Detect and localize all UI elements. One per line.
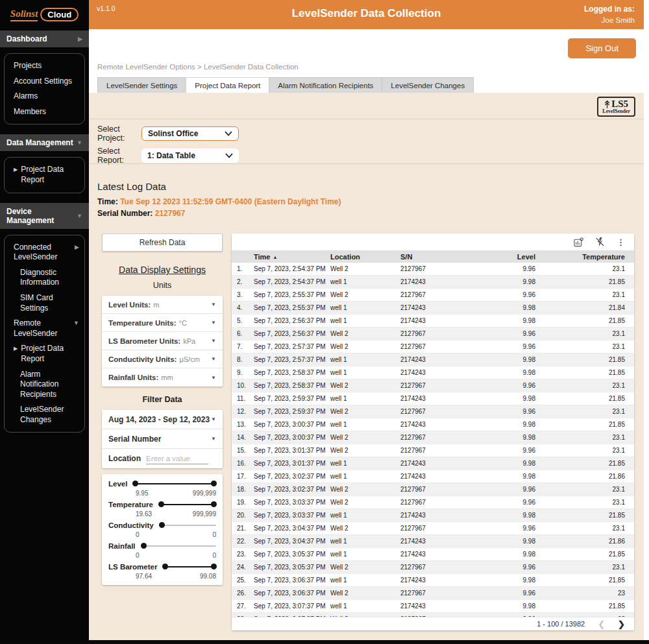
table-row[interactable]: 19.Sep 7, 2023, 3:03:37 PMWell 221279679… bbox=[232, 496, 634, 509]
table-row[interactable]: 7.Sep 7, 2023, 2:57:37 PMWell 221279679.… bbox=[232, 340, 634, 353]
slider-handle-min[interactable] bbox=[158, 501, 164, 507]
table-row[interactable]: 20.Sep 7, 2023, 3:03:37 PMwell 121742439… bbox=[232, 509, 634, 522]
table-row[interactable]: 10.Sep 7, 2023, 2:58:37 PMWell 221279679… bbox=[232, 379, 634, 392]
table-row[interactable]: 22.Sep 7, 2023, 3:04:37 PMwell 121742439… bbox=[232, 535, 634, 548]
column-header-temperature[interactable]: Temperature bbox=[538, 253, 634, 261]
table-row[interactable]: 5.Sep 7, 2023, 2:56:37 PMwell 121742439.… bbox=[232, 315, 634, 328]
refresh-data-button[interactable]: Refresh Data bbox=[102, 233, 223, 252]
table-row[interactable]: 6.Sep 7, 2023, 2:56:37 PMWell 221279679.… bbox=[232, 328, 634, 340]
chevron-right-icon: ▶ bbox=[14, 167, 18, 185]
sidebar-item-project-data-report[interactable]: ▶Project Data Report bbox=[5, 341, 84, 366]
cell-time: Sep 7, 2023, 2:59:37 PM bbox=[251, 395, 328, 402]
chevron-down-icon: ▼ bbox=[211, 375, 216, 381]
project-select[interactable]: Solinst Office bbox=[141, 126, 239, 141]
sidebar-item-connected-levelsender[interactable]: Connected LevelSender▶ bbox=[5, 240, 84, 265]
location-filter-input[interactable] bbox=[146, 453, 208, 464]
date-range-filter[interactable]: Aug 14, 2023 - Sep 12, 2023 ▼ bbox=[102, 410, 223, 429]
sidebar-item-remote-levelsender[interactable]: Remote LevelSender▼ bbox=[5, 316, 84, 341]
table-row[interactable]: 16.Sep 7, 2023, 3:01:37 PMwell 121742439… bbox=[232, 457, 634, 470]
unit-dropdown-level-units[interactable]: Level Units:m▼ bbox=[102, 296, 223, 314]
slider-track[interactable] bbox=[159, 504, 216, 505]
table-row[interactable]: 26.Sep 7, 2023, 3:06:37 PMWell 221279679… bbox=[232, 587, 634, 600]
table-row[interactable]: 9.Sep 7, 2023, 2:58:37 PMwell 121742439.… bbox=[232, 366, 634, 379]
cell-level: 9.98 bbox=[482, 551, 538, 558]
tab-levelsender-changes[interactable]: LevelSender Changes bbox=[382, 77, 474, 93]
sidebar-section-device-management[interactable]: Device Management▼ bbox=[0, 203, 89, 229]
table-row[interactable]: 2.Sep 7, 2023, 2:54:37 PMwell 121742439.… bbox=[232, 276, 634, 289]
table-row[interactable]: 17.Sep 7, 2023, 3:02:37 PMwell 121742439… bbox=[232, 470, 634, 483]
log-time-line: Time: Tue Sep 12 2023 11:52:59 GMT-0400 … bbox=[97, 197, 341, 206]
cell-time: Sep 7, 2023, 3:02:37 PM bbox=[251, 486, 328, 493]
cell-temperature: 21.85 bbox=[538, 278, 634, 285]
table-row[interactable]: 1.Sep 7, 2023, 2:54:37 PMWell 221279679.… bbox=[232, 263, 634, 276]
unit-dropdown-conductivity-units[interactable]: Conductivity Units:µS/cm▼ bbox=[102, 350, 223, 368]
sidebar-item-members[interactable]: Members bbox=[5, 104, 84, 120]
unit-label: Conductivity Units: bbox=[108, 355, 177, 363]
report-select[interactable]: 1: Data Table bbox=[141, 149, 239, 163]
chevron-down-icon: ▼ bbox=[211, 436, 216, 442]
table-row[interactable]: 14.Sep 7, 2023, 3:00:37 PMWell 221279679… bbox=[232, 431, 634, 444]
tab-project-data-report[interactable]: Project Data Report bbox=[186, 77, 269, 93]
slider-handle-min[interactable] bbox=[141, 543, 147, 549]
table-row[interactable]: 21.Sep 7, 2023, 3:04:37 PMWell 221279679… bbox=[232, 522, 634, 535]
table-row[interactable]: 18.Sep 7, 2023, 3:02:37 PMWell 221279679… bbox=[232, 483, 634, 496]
sidebar-item-project-data-report[interactable]: ▶Project Data Report bbox=[5, 162, 84, 187]
cell-sn: 2174243 bbox=[398, 369, 482, 376]
sign-out-button[interactable]: Sign Out bbox=[568, 38, 636, 58]
sidebar-item-diagnostic-information[interactable]: Diagnostic Information bbox=[5, 265, 84, 291]
chevron-right-icon[interactable]: ❯ bbox=[618, 619, 625, 629]
column-header-sn[interactable]: S/N bbox=[398, 253, 482, 261]
cell-index: 25. bbox=[232, 577, 251, 584]
cell-sn: 2127967 bbox=[398, 343, 482, 350]
unit-dropdown-ls-barometer-units[interactable]: LS Barometer Units:kPa▼ bbox=[102, 332, 223, 350]
table-row[interactable]: 8.Sep 7, 2023, 2:57:37 PMwell 121742439.… bbox=[232, 353, 634, 366]
slider-track[interactable] bbox=[163, 566, 216, 567]
table-row[interactable]: 3.Sep 7, 2023, 2:55:37 PMWell 221279679.… bbox=[232, 289, 634, 302]
log-serial-line: Serial Number: 2127967 bbox=[97, 209, 185, 218]
select-project-label: Select Project: bbox=[97, 125, 141, 143]
column-header-level[interactable]: Level bbox=[482, 253, 538, 261]
slider-handle-min[interactable] bbox=[132, 481, 138, 486]
table-row[interactable]: 27.Sep 7, 2023, 3:07:37 PMwell 121742439… bbox=[232, 600, 634, 613]
table-row[interactable]: 23.Sep 7, 2023, 3:05:37 PMwell 121742439… bbox=[232, 548, 634, 561]
sidebar-item-alarm-notification-recipients[interactable]: Alarm Notification Recipients bbox=[5, 367, 84, 403]
sidebar-item-account-settings[interactable]: Account Settings bbox=[5, 74, 84, 89]
chevron-left-icon[interactable]: ❮ bbox=[598, 619, 605, 629]
sidebar-item-alarms[interactable]: Alarms bbox=[5, 89, 84, 104]
sidebar-item-sim-card-settings[interactable]: SIM Card Settings bbox=[5, 291, 84, 316]
sidebar-item-projects[interactable]: Projects bbox=[5, 58, 84, 74]
sidebar-section-data-management[interactable]: Data Management▼ bbox=[0, 134, 89, 151]
table-row[interactable]: 25.Sep 7, 2023, 3:06:37 PMwell 121742439… bbox=[232, 574, 634, 587]
unit-dropdown-rainfall-units[interactable]: Rainfall Units:mm▼ bbox=[102, 368, 223, 387]
slider-track[interactable] bbox=[133, 483, 216, 484]
slider-handle-max[interactable] bbox=[211, 501, 217, 507]
divider bbox=[89, 119, 644, 119]
slider-handle-min[interactable] bbox=[162, 564, 168, 569]
slider-handle-max[interactable] bbox=[211, 564, 217, 569]
slider-track[interactable] bbox=[160, 525, 216, 526]
cell-sn: 2174243 bbox=[398, 577, 482, 584]
cell-location: well 1 bbox=[328, 551, 398, 558]
cell-time: Sep 7, 2023, 3:03:37 PM bbox=[251, 512, 328, 519]
tab-alarm-notification-recipients[interactable]: Alarm Notification Recipients bbox=[269, 77, 382, 93]
export-chart-icon[interactable] bbox=[574, 237, 583, 247]
table-row[interactable]: 11.Sep 7, 2023, 2:59:37 PMwell 121742439… bbox=[232, 392, 634, 405]
table-row[interactable]: 24.Sep 7, 2023, 3:05:37 PMWell 221279679… bbox=[232, 561, 634, 574]
column-header-time[interactable]: Time▲ bbox=[251, 253, 328, 261]
table-row[interactable]: 13.Sep 7, 2023, 3:00:37 PMwell 121742439… bbox=[232, 418, 634, 431]
sidebar-section-dashboard[interactable]: Dashboard▶ bbox=[0, 30, 89, 47]
cell-sn: 2127967 bbox=[398, 486, 482, 493]
unit-dropdown-temperature-units[interactable]: Temperature Units:°C▼ bbox=[102, 314, 223, 332]
flash-off-icon[interactable] bbox=[596, 237, 604, 246]
slider-track[interactable] bbox=[141, 545, 216, 547]
kebab-menu-icon[interactable]: ⋮ bbox=[617, 237, 625, 247]
tab-levelsender-settings[interactable]: LevelSender Settings bbox=[97, 77, 186, 93]
sidebar-item-levelsender-changes[interactable]: LevelSender Changes bbox=[5, 402, 84, 427]
serial-number-filter[interactable]: Serial Number ▼ bbox=[102, 429, 223, 449]
column-header-location[interactable]: Location bbox=[328, 253, 398, 261]
table-row[interactable]: 4.Sep 7, 2023, 2:55:37 PMwell 121742439.… bbox=[232, 302, 634, 315]
table-row[interactable]: 12.Sep 7, 2023, 2:59:37 PMWell 221279679… bbox=[232, 405, 634, 418]
slider-handle-min[interactable] bbox=[159, 522, 165, 528]
table-row[interactable]: 15.Sep 7, 2023, 3:01:37 PMWell 221279679… bbox=[232, 444, 634, 457]
slider-handle-max[interactable] bbox=[211, 481, 217, 486]
